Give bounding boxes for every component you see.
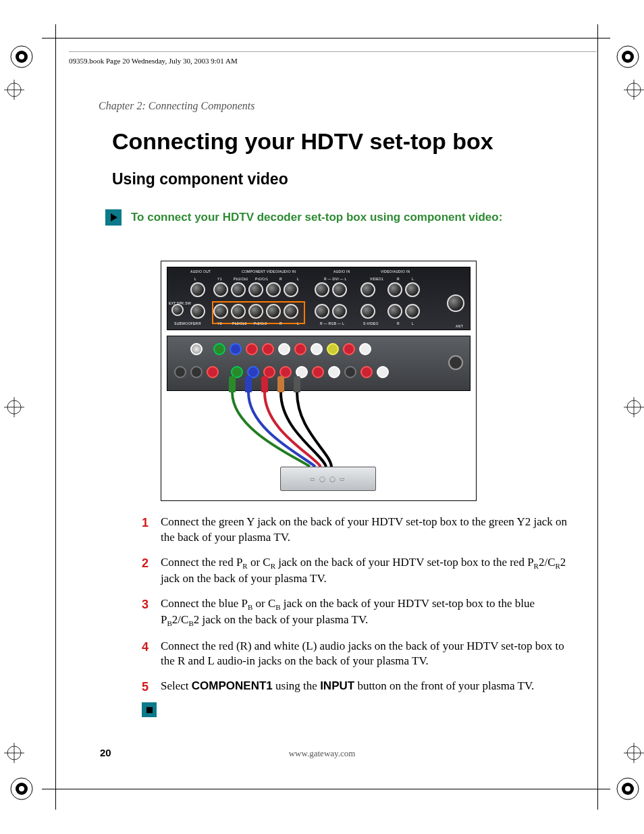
svg-point-8 — [19, 786, 24, 791]
set-top-box-icon: ▭ ◯ ◯ ▭ — [280, 467, 376, 491]
footer-url: www.gateway.com — [0, 748, 644, 759]
registration-mark-icon — [616, 777, 640, 801]
registration-mark-icon — [9, 45, 34, 69]
procedure-end-icon — [142, 702, 157, 717]
crosshair-icon — [4, 397, 24, 417]
step-5: 5 Select COMPONENT1 using the INPUT butt… — [142, 679, 571, 695]
step-1: 1 Connect the green Y jack on the back o… — [142, 515, 571, 546]
section-title: Using component video — [112, 170, 288, 188]
page-title: Connecting your HDTV set-top box — [112, 128, 493, 155]
svg-point-5 — [625, 54, 630, 59]
tv-rear-panel: AUDIO OUT COMPONENT VIDEO/AUDIO IN AUDIO… — [167, 267, 471, 330]
step-4: 4 Connect the red (R) and white (L) audi… — [142, 639, 571, 670]
procedure-start-icon — [105, 209, 122, 226]
chapter-title: Chapter 2: Connecting Components — [99, 100, 255, 112]
tv-rear-panel-lower — [167, 336, 471, 391]
connection-diagram: AUDIO OUT COMPONENT VIDEO/AUDIO IN AUDIO… — [161, 261, 477, 501]
crosshair-icon — [624, 80, 644, 100]
step-3: 3 Connect the blue PB or CB jack on the … — [142, 596, 571, 629]
crosshair-icon — [4, 80, 24, 100]
procedure-lead: To connect your HDTV decoder set-top box… — [131, 211, 502, 224]
ant-jack — [447, 294, 464, 312]
crosshair-icon — [624, 397, 644, 417]
step-2: 2 Connect the red PR or CR jack on the b… — [142, 555, 571, 587]
registration-mark-icon — [9, 777, 34, 801]
svg-point-2 — [19, 54, 24, 59]
svg-point-11 — [625, 786, 630, 791]
running-header: 09359.book Page 20 Wednesday, July 30, 2… — [69, 57, 238, 65]
registration-mark-icon — [616, 45, 640, 69]
